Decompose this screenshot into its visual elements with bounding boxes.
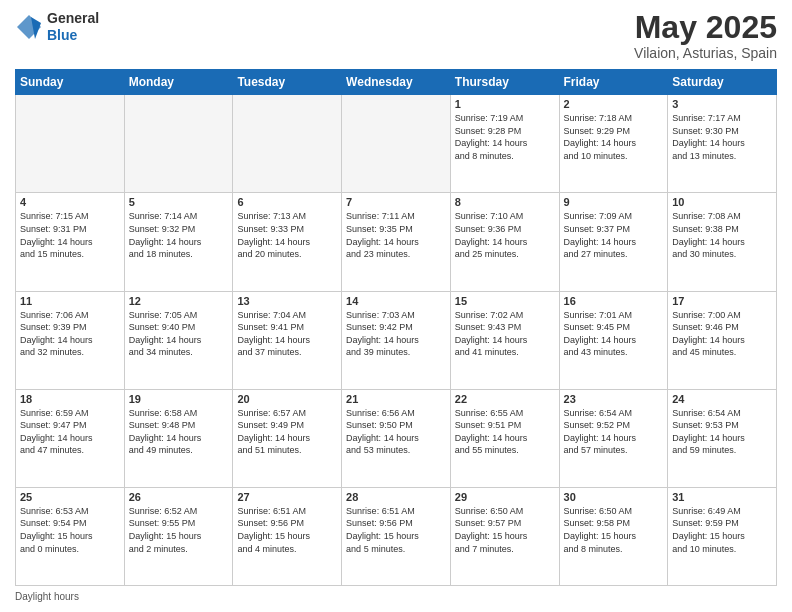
calendar-cell: 26Sunrise: 6:52 AM Sunset: 9:55 PM Dayli…: [124, 487, 233, 585]
day-number: 9: [564, 196, 664, 208]
calendar-cell: [233, 95, 342, 193]
calendar-cell: 28Sunrise: 6:51 AM Sunset: 9:56 PM Dayli…: [342, 487, 451, 585]
week-row-2: 11Sunrise: 7:06 AM Sunset: 9:39 PM Dayli…: [16, 291, 777, 389]
day-info: Sunrise: 7:06 AM Sunset: 9:39 PM Dayligh…: [20, 309, 120, 359]
logo-blue: Blue: [47, 27, 77, 43]
calendar-cell: 4Sunrise: 7:15 AM Sunset: 9:31 PM Daylig…: [16, 193, 125, 291]
header-tuesday: Tuesday: [233, 70, 342, 95]
day-info: Sunrise: 6:52 AM Sunset: 9:55 PM Dayligh…: [129, 505, 229, 555]
day-number: 24: [672, 393, 772, 405]
week-row-1: 4Sunrise: 7:15 AM Sunset: 9:31 PM Daylig…: [16, 193, 777, 291]
daylight-hours-label: Daylight hours: [15, 591, 79, 602]
day-info: Sunrise: 7:15 AM Sunset: 9:31 PM Dayligh…: [20, 210, 120, 260]
day-number: 10: [672, 196, 772, 208]
calendar-cell: 25Sunrise: 6:53 AM Sunset: 9:54 PM Dayli…: [16, 487, 125, 585]
calendar-cell: 23Sunrise: 6:54 AM Sunset: 9:52 PM Dayli…: [559, 389, 668, 487]
day-number: 22: [455, 393, 555, 405]
day-info: Sunrise: 6:59 AM Sunset: 9:47 PM Dayligh…: [20, 407, 120, 457]
day-info: Sunrise: 6:49 AM Sunset: 9:59 PM Dayligh…: [672, 505, 772, 555]
day-info: Sunrise: 6:51 AM Sunset: 9:56 PM Dayligh…: [237, 505, 337, 555]
calendar-cell: 20Sunrise: 6:57 AM Sunset: 9:49 PM Dayli…: [233, 389, 342, 487]
calendar-cell: [124, 95, 233, 193]
day-number: 27: [237, 491, 337, 503]
day-number: 5: [129, 196, 229, 208]
day-info: Sunrise: 7:09 AM Sunset: 9:37 PM Dayligh…: [564, 210, 664, 260]
day-number: 28: [346, 491, 446, 503]
day-number: 11: [20, 295, 120, 307]
week-row-4: 25Sunrise: 6:53 AM Sunset: 9:54 PM Dayli…: [16, 487, 777, 585]
calendar-cell: 9Sunrise: 7:09 AM Sunset: 9:37 PM Daylig…: [559, 193, 668, 291]
calendar-header-row: SundayMondayTuesdayWednesdayThursdayFrid…: [16, 70, 777, 95]
header-friday: Friday: [559, 70, 668, 95]
week-row-3: 18Sunrise: 6:59 AM Sunset: 9:47 PM Dayli…: [16, 389, 777, 487]
month-title: May 2025: [634, 10, 777, 45]
day-info: Sunrise: 7:05 AM Sunset: 9:40 PM Dayligh…: [129, 309, 229, 359]
calendar-cell: 15Sunrise: 7:02 AM Sunset: 9:43 PM Dayli…: [450, 291, 559, 389]
day-number: 23: [564, 393, 664, 405]
header-monday: Monday: [124, 70, 233, 95]
calendar-cell: 6Sunrise: 7:13 AM Sunset: 9:33 PM Daylig…: [233, 193, 342, 291]
day-number: 29: [455, 491, 555, 503]
day-info: Sunrise: 7:02 AM Sunset: 9:43 PM Dayligh…: [455, 309, 555, 359]
calendar-cell: 12Sunrise: 7:05 AM Sunset: 9:40 PM Dayli…: [124, 291, 233, 389]
logo-text: General Blue: [47, 10, 99, 44]
calendar-cell: 8Sunrise: 7:10 AM Sunset: 9:36 PM Daylig…: [450, 193, 559, 291]
calendar-cell: 30Sunrise: 6:50 AM Sunset: 9:58 PM Dayli…: [559, 487, 668, 585]
day-info: Sunrise: 6:54 AM Sunset: 9:52 PM Dayligh…: [564, 407, 664, 457]
day-info: Sunrise: 6:55 AM Sunset: 9:51 PM Dayligh…: [455, 407, 555, 457]
day-info: Sunrise: 6:58 AM Sunset: 9:48 PM Dayligh…: [129, 407, 229, 457]
calendar-cell: 3Sunrise: 7:17 AM Sunset: 9:30 PM Daylig…: [668, 95, 777, 193]
calendar-cell: 29Sunrise: 6:50 AM Sunset: 9:57 PM Dayli…: [450, 487, 559, 585]
header: General Blue May 2025 Vilaion, Asturias,…: [15, 10, 777, 61]
calendar-cell: 24Sunrise: 6:54 AM Sunset: 9:53 PM Dayli…: [668, 389, 777, 487]
day-info: Sunrise: 7:11 AM Sunset: 9:35 PM Dayligh…: [346, 210, 446, 260]
calendar-cell: 7Sunrise: 7:11 AM Sunset: 9:35 PM Daylig…: [342, 193, 451, 291]
calendar-cell: 18Sunrise: 6:59 AM Sunset: 9:47 PM Dayli…: [16, 389, 125, 487]
week-row-0: 1Sunrise: 7:19 AM Sunset: 9:28 PM Daylig…: [16, 95, 777, 193]
day-info: Sunrise: 6:57 AM Sunset: 9:49 PM Dayligh…: [237, 407, 337, 457]
logo-general: General: [47, 10, 99, 26]
day-info: Sunrise: 7:14 AM Sunset: 9:32 PM Dayligh…: [129, 210, 229, 260]
calendar-cell: 19Sunrise: 6:58 AM Sunset: 9:48 PM Dayli…: [124, 389, 233, 487]
day-number: 19: [129, 393, 229, 405]
day-info: Sunrise: 7:10 AM Sunset: 9:36 PM Dayligh…: [455, 210, 555, 260]
calendar-cell: [16, 95, 125, 193]
day-info: Sunrise: 7:08 AM Sunset: 9:38 PM Dayligh…: [672, 210, 772, 260]
day-info: Sunrise: 7:03 AM Sunset: 9:42 PM Dayligh…: [346, 309, 446, 359]
calendar-cell: 2Sunrise: 7:18 AM Sunset: 9:29 PM Daylig…: [559, 95, 668, 193]
day-number: 2: [564, 98, 664, 110]
day-number: 3: [672, 98, 772, 110]
day-info: Sunrise: 7:00 AM Sunset: 9:46 PM Dayligh…: [672, 309, 772, 359]
day-number: 18: [20, 393, 120, 405]
day-info: Sunrise: 7:01 AM Sunset: 9:45 PM Dayligh…: [564, 309, 664, 359]
day-number: 21: [346, 393, 446, 405]
day-number: 7: [346, 196, 446, 208]
title-block: May 2025 Vilaion, Asturias, Spain: [634, 10, 777, 61]
day-number: 14: [346, 295, 446, 307]
day-number: 1: [455, 98, 555, 110]
day-number: 8: [455, 196, 555, 208]
calendar-cell: [342, 95, 451, 193]
logo-icon: [15, 13, 43, 41]
day-info: Sunrise: 6:51 AM Sunset: 9:56 PM Dayligh…: [346, 505, 446, 555]
day-number: 20: [237, 393, 337, 405]
page: General Blue May 2025 Vilaion, Asturias,…: [0, 0, 792, 612]
calendar-cell: 21Sunrise: 6:56 AM Sunset: 9:50 PM Dayli…: [342, 389, 451, 487]
calendar-cell: 27Sunrise: 6:51 AM Sunset: 9:56 PM Dayli…: [233, 487, 342, 585]
header-thursday: Thursday: [450, 70, 559, 95]
header-sunday: Sunday: [16, 70, 125, 95]
day-number: 4: [20, 196, 120, 208]
day-info: Sunrise: 6:50 AM Sunset: 9:57 PM Dayligh…: [455, 505, 555, 555]
calendar-cell: 16Sunrise: 7:01 AM Sunset: 9:45 PM Dayli…: [559, 291, 668, 389]
calendar-cell: 10Sunrise: 7:08 AM Sunset: 9:38 PM Dayli…: [668, 193, 777, 291]
footer: Daylight hours: [15, 591, 777, 602]
day-info: Sunrise: 7:17 AM Sunset: 9:30 PM Dayligh…: [672, 112, 772, 162]
calendar-cell: 17Sunrise: 7:00 AM Sunset: 9:46 PM Dayli…: [668, 291, 777, 389]
day-number: 31: [672, 491, 772, 503]
day-info: Sunrise: 6:54 AM Sunset: 9:53 PM Dayligh…: [672, 407, 772, 457]
day-info: Sunrise: 6:50 AM Sunset: 9:58 PM Dayligh…: [564, 505, 664, 555]
calendar-cell: 1Sunrise: 7:19 AM Sunset: 9:28 PM Daylig…: [450, 95, 559, 193]
day-number: 15: [455, 295, 555, 307]
logo: General Blue: [15, 10, 99, 44]
day-number: 25: [20, 491, 120, 503]
